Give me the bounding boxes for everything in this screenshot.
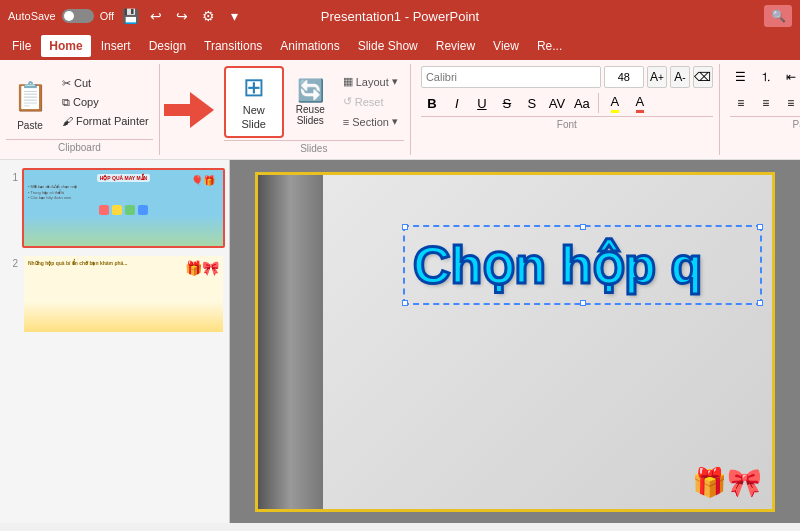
clipboard-group-content: 📋 Paste ✂ Cut ⧉ Copy 🖌 Format Painter: [6, 66, 153, 137]
autosave-knob: [64, 11, 74, 21]
strikethrough-button[interactable]: S: [496, 92, 518, 114]
font-divider: [598, 93, 599, 113]
title-bar-left: AutoSave Off 💾 ↩ ↪ ⚙ ▾: [8, 6, 244, 26]
slide-thumb-image-1[interactable]: HỘP QUÀ MAY MẮN • Mỗi bạn sẽ được chọn m…: [22, 168, 225, 248]
layout-dropdown: ▾: [392, 75, 398, 88]
reuse-slides-icon: 🔄: [297, 78, 324, 104]
slide-2-background: Những hộp quà bí ẩn chờ bạn khám phá... …: [24, 256, 223, 332]
reset-label: Reset: [355, 96, 384, 108]
new-label-text: New Slide: [242, 104, 266, 130]
arrow-head: [190, 92, 214, 128]
dropdown-icon[interactable]: ▾: [224, 6, 244, 26]
shadow-button[interactable]: S: [521, 92, 543, 114]
decrease-indent-button[interactable]: ⇤: [780, 66, 800, 88]
menu-animations[interactable]: Animations: [272, 35, 347, 57]
font-highlight-button[interactable]: A: [604, 92, 626, 114]
slides-sub-buttons: ▦ Layout ▾ ↺ Reset ≡ Section ▾: [337, 73, 404, 130]
menu-review[interactable]: Review: [428, 35, 483, 57]
font-label: Font: [421, 116, 713, 130]
undo-icon[interactable]: ↩: [146, 6, 166, 26]
gift-4: [138, 205, 148, 215]
font-size-input[interactable]: 48: [604, 66, 644, 88]
font-size-case-button[interactable]: Aa: [571, 92, 593, 114]
menu-home[interactable]: Home: [41, 35, 90, 57]
font-color-button[interactable]: A: [629, 92, 651, 114]
underline-button[interactable]: U: [471, 92, 493, 114]
copy-icon: ⧉: [62, 96, 70, 109]
paragraph-label: Paragraph: [730, 116, 800, 130]
canvas-content-area: Chọn hộp q 🎁🎀: [323, 175, 772, 509]
italic-button[interactable]: I: [446, 92, 468, 114]
slide-number-2: 2: [4, 258, 18, 269]
handle-tr[interactable]: [757, 224, 763, 230]
section-icon: ≡: [343, 116, 349, 128]
menu-view[interactable]: View: [485, 35, 527, 57]
reset-icon: ↺: [343, 95, 352, 108]
slides-group: ⊞ New Slide 🔄 ReuseSlides ▦ Layout ▾ ↺: [218, 64, 411, 155]
cut-icon: ✂: [62, 77, 71, 90]
title-bar: AutoSave Off 💾 ↩ ↪ ⚙ ▾ Presentation1 - P…: [0, 0, 800, 32]
slide-2-gift-icon: 🎁🎀: [185, 260, 219, 276]
menu-more[interactable]: Re...: [529, 35, 570, 57]
increase-font-button[interactable]: A+: [647, 66, 667, 88]
slide-thumbnail-2[interactable]: 2 Những hộp quà bí ẩn chờ bạn khám phá..…: [4, 254, 225, 334]
search-bar[interactable]: 🔍: [764, 5, 792, 27]
ribbon: 📋 Paste ✂ Cut ⧉ Copy 🖌 Format Painter Cl…: [0, 60, 800, 160]
save-icon[interactable]: 💾: [120, 6, 140, 26]
format-painter-button[interactable]: 🖌 Format Painter: [58, 113, 153, 129]
copy-label: Copy: [73, 96, 99, 108]
paragraph-group: ☰ ⒈ ⇤ ⇥ ⤡ ⊟ ⊞ ≡ ≡ ≡ ≡ ↕ ⫿ Paragraph: [724, 64, 800, 155]
menu-transitions[interactable]: Transitions: [196, 35, 270, 57]
handle-tm[interactable]: [580, 224, 586, 230]
slide-1-background: HỘP QUÀ MAY MẮN • Mỗi bạn sẽ được chọn m…: [24, 170, 223, 246]
font-name-input[interactable]: [421, 66, 601, 88]
char-spacing-button[interactable]: AV: [546, 92, 568, 114]
reuse-slides-button[interactable]: 🔄 ReuseSlides: [288, 74, 333, 130]
slide-thumbnail-1[interactable]: 1 HỘP QUÀ MAY MẮN • Mỗi bạn sẽ được chọn…: [4, 168, 225, 248]
slide-1-title: HỘP QUÀ MAY MẮN: [97, 174, 150, 182]
cut-button[interactable]: ✂ Cut: [58, 75, 153, 92]
slide-panel: 1 HỘP QUÀ MAY MẮN • Mỗi bạn sẽ được chọn…: [0, 160, 230, 523]
layout-button[interactable]: ▦ Layout ▾: [337, 73, 404, 90]
slide-2-text: Những hộp quà bí ẩn chờ bạn khám phá...: [28, 260, 182, 266]
paragraph-group-content: ☰ ⒈ ⇤ ⇥ ⤡ ⊟ ⊞ ≡ ≡ ≡ ≡ ↕ ⫿: [730, 66, 800, 114]
handle-tl[interactable]: [402, 224, 408, 230]
numbering-button[interactable]: ⒈: [755, 66, 777, 88]
autosave-toggle[interactable]: [62, 9, 94, 23]
slide-thumb-image-2[interactable]: Những hộp quà bí ẩn chờ bạn khám phá... …: [22, 254, 225, 334]
align-center-button[interactable]: ≡: [755, 92, 777, 114]
copy-button[interactable]: ⧉ Copy: [58, 94, 153, 111]
font-group-content: 48 A+ A- ⌫ B I U S S AV Aa A: [421, 66, 713, 114]
section-label: Section: [352, 116, 389, 128]
paste-button[interactable]: 📋 Paste: [6, 68, 54, 135]
reset-button[interactable]: ↺ Reset: [337, 93, 404, 110]
menu-design[interactable]: Design: [141, 35, 194, 57]
align-right-button[interactable]: ≡: [780, 92, 800, 114]
canvas-left-panel: [258, 175, 323, 509]
handle-br[interactable]: [757, 300, 763, 306]
clear-format-button[interactable]: ⌫: [693, 66, 713, 88]
paragraph-row-1: ☰ ⒈ ⇤ ⇥ ⤡ ⊟ ⊞: [730, 66, 800, 88]
handle-bl[interactable]: [402, 300, 408, 306]
handle-bm[interactable]: [580, 300, 586, 306]
slides-group-content: ⊞ New Slide 🔄 ReuseSlides ▦ Layout ▾ ↺: [224, 66, 404, 138]
slide-1-content: • Mỗi bạn sẽ được chọn một• Trong hộp có…: [28, 184, 219, 201]
layout-label: Layout: [356, 76, 389, 88]
section-button[interactable]: ≡ Section ▾: [337, 113, 404, 130]
decrease-font-button[interactable]: A-: [670, 66, 690, 88]
new-slide-button[interactable]: ⊞ New Slide: [224, 66, 284, 138]
menu-insert[interactable]: Insert: [93, 35, 139, 57]
bold-button[interactable]: B: [421, 92, 443, 114]
menu-file[interactable]: File: [4, 35, 39, 57]
slide-canvas: Chọn hộp q 🎁🎀: [255, 172, 775, 512]
format-painter-icon: 🖌: [62, 115, 73, 127]
balloon-deco: 🎈🎁: [191, 175, 215, 186]
canvas-area: Chọn hộp q 🎁🎀: [230, 160, 800, 523]
bullets-button[interactable]: ☰: [730, 66, 752, 88]
align-left-button[interactable]: ≡: [730, 92, 752, 114]
new-slide-icon: ⊞: [243, 72, 265, 103]
menu-slideshow[interactable]: Slide Show: [350, 35, 426, 57]
redo-icon[interactable]: ↪: [172, 6, 192, 26]
customize-icon[interactable]: ⚙: [198, 6, 218, 26]
menu-bar: File Home Insert Design Transitions Anim…: [0, 32, 800, 60]
